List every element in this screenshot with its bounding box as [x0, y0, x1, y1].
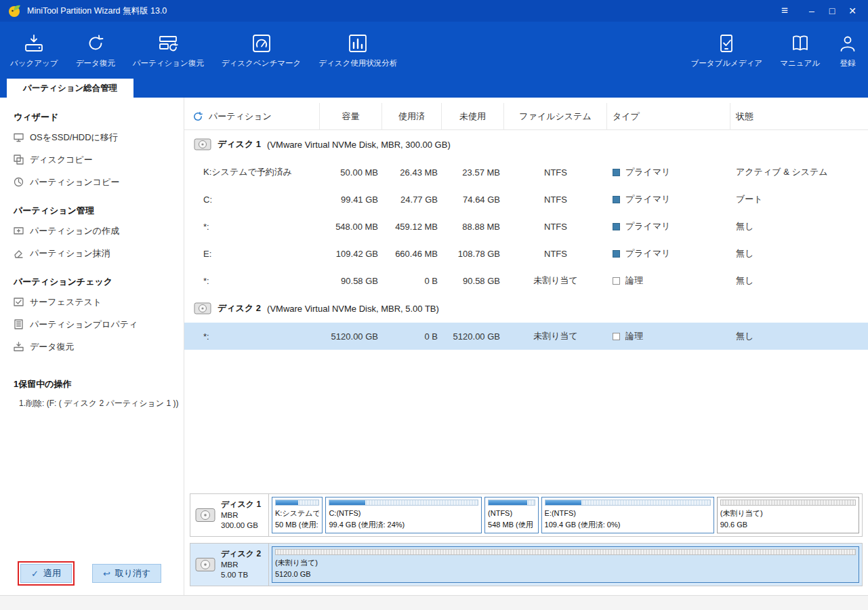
- sidebar-item-disk-copy[interactable]: ディスクコピー: [14, 148, 178, 171]
- cell-used: 0 B: [382, 331, 442, 342]
- diskmap-disk-row: ディスク 1 MBR 300.00 GB K:システムで予 50 MB (使用:…: [190, 493, 863, 537]
- diskmap-disk-scheme: MBR: [221, 510, 261, 521]
- usage-bar-fill: [276, 500, 298, 505]
- toolbar-item-register[interactable]: 登録: [829, 22, 867, 79]
- cell-partition: *:: [190, 222, 320, 232]
- title-bar: MiniTool Partition Wizard 無料版 13.0 ≡ – □…: [0, 0, 868, 22]
- diskmap-disk-size: 300.00 GB: [221, 521, 261, 531]
- cell-unused: 23.57 MB: [442, 167, 504, 178]
- refresh-icon[interactable]: [192, 111, 203, 122]
- surface-test-icon: [14, 297, 24, 307]
- disk-group-row[interactable]: ディスク 1 (VMware Virtual NVMe Disk, MBR, 3…: [184, 130, 868, 159]
- main-area: ウィザード OSをSSD/HDDに移行 ディスクコピー パーティションコピー パ…: [0, 98, 868, 595]
- diskmap-partition-box[interactable]: K:システムで予 50 MB (使用:: [272, 497, 323, 533]
- sidebar-item-partition-copy[interactable]: パーティションコピー: [14, 171, 178, 193]
- diskmap-partition-box[interactable]: (未割り当て) 5120.0 GB: [272, 546, 859, 583]
- sidebar-item-label: OSをSSD/HDDに移行: [30, 131, 118, 144]
- partition-type-label: プライマリ: [625, 220, 671, 232]
- toolbar-item-backup[interactable]: バックアップ: [1, 22, 67, 79]
- cell-used: 459.12 MB: [382, 222, 442, 232]
- disk-group-row[interactable]: ディスク 2 (VMware Virtual NVMe Disk, MBR, 5…: [184, 294, 868, 323]
- status-bar: [0, 595, 868, 610]
- migrate-os-icon: [14, 132, 24, 142]
- disk-usage-analysis-icon: [348, 32, 368, 54]
- partition-row[interactable]: *: 90.58 GB 0 B 90.58 GB 未割り当て 論理 無し: [184, 267, 868, 294]
- sidebar-item-data-recovery[interactable]: データ復元: [14, 336, 178, 358]
- sidebar-item-label: ディスクコピー: [30, 154, 93, 166]
- partition-type-label: プライマリ: [625, 193, 671, 205]
- partition-row[interactable]: E: 109.42 GB 660.46 MB 108.78 GB NTFS プラ…: [184, 240, 868, 267]
- column-header-unused: 未使用: [442, 103, 504, 130]
- usage-bar-fill: [545, 500, 582, 505]
- sidebar-item-wipe-partition[interactable]: パーティション抹消: [14, 242, 178, 264]
- disk-group-label: ディスク 2: [218, 302, 261, 314]
- disk-group-info: (VMware Virtual NVMe Disk, MBR, 5.00 TB): [267, 304, 439, 314]
- toolbar-item-data-recovery[interactable]: データ復元: [67, 22, 124, 79]
- tab-partition-management[interactable]: パーティション総合管理: [7, 79, 133, 98]
- cell-partition: *:: [190, 331, 320, 342]
- maximize-icon[interactable]: □: [822, 2, 842, 20]
- partition-type-square-icon: [613, 250, 620, 258]
- cell-type: 論理: [607, 330, 730, 342]
- partition-box-line1: C:(NTFS): [329, 508, 478, 519]
- diskmap-partitions: K:システムで予 50 MB (使用: C:(NTFS) 99.4 GB (使用…: [269, 494, 862, 536]
- sidebar-item-label: パーティションの作成: [30, 225, 119, 237]
- partition-box-line2: 99.4 GB (使用済: 24%): [329, 519, 478, 531]
- data-recovery-side-icon: [14, 342, 24, 352]
- diskmap-partition-box[interactable]: C:(NTFS) 99.4 GB (使用済: 24%): [325, 497, 482, 533]
- diskmap-partition-box[interactable]: (NTFS) 548 MB (使用: [484, 497, 538, 533]
- cell-partition: C:: [190, 195, 320, 205]
- cell-capacity: 109.42 GB: [320, 249, 382, 259]
- diskmap-partition-box[interactable]: E:(NTFS) 109.4 GB (使用済: 0%): [541, 497, 714, 533]
- sidebar-item-surface-test[interactable]: サーフェステスト: [14, 291, 178, 313]
- undo-button[interactable]: ↩ 取り消す: [92, 564, 162, 583]
- cell-partition: *:: [190, 276, 320, 286]
- cell-unused: 5120.00 GB: [442, 331, 504, 342]
- cell-unused: 88.88 MB: [442, 222, 504, 232]
- diskmap-disk-name: ディスク 2: [221, 548, 261, 559]
- cell-capacity: 548.00 MB: [320, 222, 382, 232]
- toolbar-item-manual[interactable]: マニュアル: [771, 22, 829, 79]
- partition-table-header: パーティション 容量 使用済 未使用 ファイルシステム タイプ 状態: [184, 103, 868, 130]
- column-header-type: タイプ: [607, 103, 730, 130]
- close-icon[interactable]: ✕: [842, 2, 863, 20]
- diskmap-partition-box[interactable]: (未割り当て) 90.6 GB: [717, 497, 859, 533]
- partition-type-square-icon: [613, 169, 620, 176]
- partition-row[interactable]: *: 5120.00 GB 0 B 5120.00 GB 未割り当て 論理 無し: [184, 323, 868, 350]
- disk-icon: [195, 556, 215, 573]
- toolbar-item-bootable-media[interactable]: ブータブルメディア: [682, 22, 771, 79]
- usage-bar: [329, 500, 478, 506]
- sidebar-item-label: パーティション抹消: [30, 247, 110, 260]
- usage-bar-fill: [489, 500, 527, 505]
- partition-type-square-icon: [613, 196, 620, 203]
- sidebar-item-migrate-os[interactable]: OSをSSD/HDDに移行: [14, 126, 178, 148]
- diskmap-disk-size: 5.00 TB: [221, 570, 261, 581]
- partition-row[interactable]: *: 548.00 MB 459.12 MB 88.88 MB NTFS プライ…: [184, 213, 868, 240]
- toolbar-item-partition-recovery[interactable]: パーティション復元: [124, 22, 213, 79]
- usage-bar-fill: [329, 500, 365, 505]
- minimize-icon[interactable]: –: [802, 2, 822, 20]
- toolbar-label: マニュアル: [780, 58, 820, 68]
- disk-group-info: (VMware Virtual NVMe Disk, MBR, 300.00 G…: [267, 140, 451, 150]
- column-header-status: 状態: [730, 103, 861, 130]
- app-logo-icon: [7, 3, 22, 18]
- undo-arrow-icon: ↩: [103, 569, 110, 579]
- sidebar: ウィザード OSをSSD/HDDに移行 ディスクコピー パーティションコピー パ…: [0, 98, 184, 595]
- toolbar-item-disk-usage-analysis[interactable]: ディスク使用状況分析: [310, 22, 406, 79]
- section-title-partition-management: パーティション管理: [14, 205, 178, 217]
- window-title: MiniTool Partition Wizard 無料版 13.0: [27, 5, 167, 17]
- partition-row[interactable]: K:システムで予約済み 50.00 MB 26.43 MB 23.57 MB N…: [184, 159, 868, 186]
- partition-type-square-icon: [613, 333, 620, 340]
- toolbar-item-disk-benchmark[interactable]: ディスクベンチマーク: [213, 22, 310, 79]
- partition-copy-icon: [14, 177, 24, 187]
- apply-button[interactable]: ✓ 適用: [20, 564, 72, 583]
- toolbar-label: 登録: [840, 58, 856, 68]
- cell-capacity: 50.00 MB: [320, 167, 382, 178]
- sidebar-item-create-partition[interactable]: パーティションの作成: [14, 220, 178, 242]
- menu-icon[interactable]: ≡: [774, 2, 795, 20]
- sidebar-item-partition-properties[interactable]: パーティションプロパティ: [14, 313, 178, 336]
- cell-status: 無し: [730, 330, 861, 342]
- apply-highlight-box: ✓ 適用: [18, 561, 75, 586]
- partition-row[interactable]: C: 99.41 GB 24.77 GB 74.64 GB NTFS プライマリ…: [184, 186, 868, 213]
- partition-box-line2: 90.6 GB: [720, 519, 856, 531]
